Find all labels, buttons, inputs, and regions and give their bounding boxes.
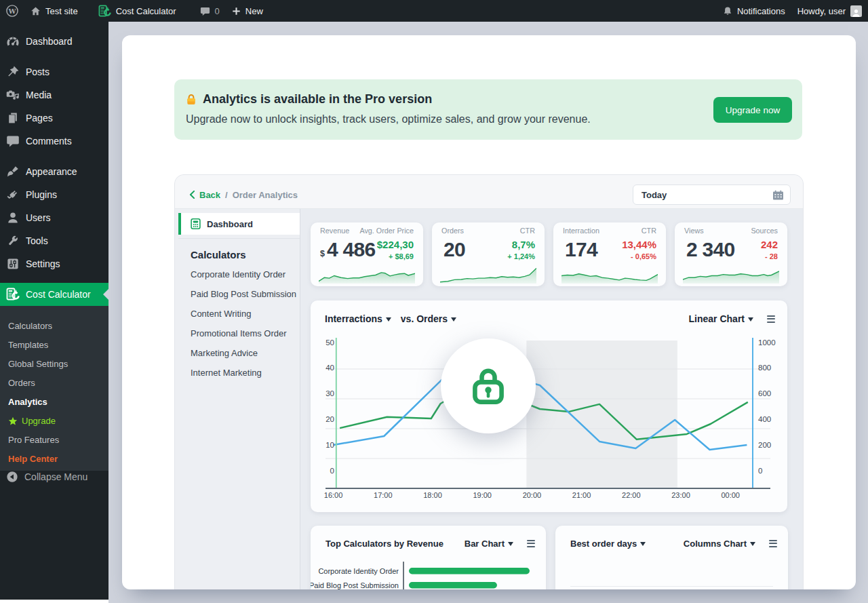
locked-feature-overlay xyxy=(441,338,536,433)
chevron-left-icon xyxy=(189,191,195,199)
sidebar-item-settings[interactable]: Settings xyxy=(0,252,108,275)
visit-site-link[interactable]: Test site xyxy=(24,0,84,22)
bar xyxy=(409,582,497,589)
top-calculators-panel: Top Calculators by Revenue Bar Chart Cor… xyxy=(311,526,546,589)
sidebar-item-label: Dashboard xyxy=(26,36,73,47)
y-axis-tick-left: 30 xyxy=(326,389,334,397)
sidebar-item-pages[interactable]: Pages xyxy=(0,106,108,130)
my-account-menu[interactable]: Howdy, user xyxy=(791,0,868,22)
pro-banner-title-row: Analytics is available in the Pro versio… xyxy=(186,92,786,106)
submenu-item-upgrade[interactable]: Upgrade xyxy=(0,412,108,431)
chevron-down-icon xyxy=(640,542,646,549)
stat-secondary-value: 13,44% xyxy=(622,239,656,250)
howdy-label: Howdy, user xyxy=(797,6,846,16)
plugin-page: Analytics is available in the Pro versio… xyxy=(122,35,856,589)
submenu-item-pro-features[interactable]: Pro Features xyxy=(0,431,108,450)
y-axis-tick-right: 0 xyxy=(758,467,762,475)
breadcrumb-current: Order Analytics xyxy=(233,190,298,200)
bar xyxy=(409,568,530,575)
chart-menu-icon[interactable] xyxy=(767,313,775,324)
nav-item-dashboard[interactable]: Dashboard xyxy=(178,213,300,235)
settings-icon xyxy=(6,257,20,271)
panel-menu-icon[interactable] xyxy=(769,538,777,549)
new-label: New xyxy=(245,6,263,16)
submenu-item-calculators[interactable]: Calculators xyxy=(0,317,108,336)
nav-item-calculator[interactable]: Promotional Items Order xyxy=(191,324,300,343)
nav-dashboard-label: Dashboard xyxy=(207,219,253,229)
metric-selector-primary[interactable]: Interractions xyxy=(325,313,391,324)
notifications-toolbar-item[interactable]: Notifications xyxy=(717,0,791,22)
submenu-item-global-settings[interactable]: Global Settings xyxy=(0,355,108,374)
metric-selector-secondary[interactable]: vs. Orders xyxy=(401,313,456,324)
nav-item-calculator[interactable]: Marketing Advice xyxy=(191,343,300,363)
sidebar-item-users[interactable]: Users xyxy=(0,206,108,229)
best-days-selector[interactable]: Best order days xyxy=(570,539,646,549)
bar-chart-type-selector[interactable]: Bar Chart xyxy=(465,539,513,549)
submenu-item-label: Templates xyxy=(8,340,48,350)
nav-item-calculator[interactable]: Content Writing xyxy=(191,304,300,324)
analytics-body: Dashboard Calculators Corporate Identity… xyxy=(175,209,803,589)
analytics-main: RevenueAvg. Order Price $4 486 $224,30+ … xyxy=(300,209,803,589)
submenu-item-label: Help Center xyxy=(8,454,58,464)
new-content-menu[interactable]: New xyxy=(226,0,269,22)
submenu-item-templates[interactable]: Templates xyxy=(0,336,108,355)
sparkline-chart xyxy=(683,266,779,284)
brush-icon xyxy=(6,165,20,178)
submenu-item-analytics[interactable]: Analytics xyxy=(0,393,108,412)
y-axis-tick-right: 800 xyxy=(758,364,771,372)
sidebar-item-label: Plugins xyxy=(26,189,57,200)
submenu-item-orders[interactable]: Orders xyxy=(0,374,108,393)
stat-label: Revenue xyxy=(320,227,349,235)
sidebar-item-tools[interactable]: Tools xyxy=(0,229,108,252)
upgrade-now-button[interactable]: Upgrade now xyxy=(713,97,792,123)
highlight-region xyxy=(526,341,677,488)
chart-type-selector[interactable]: Linear Chart xyxy=(689,313,753,324)
chevron-down-icon xyxy=(508,542,513,549)
menu-separator xyxy=(0,153,108,160)
sidebar-item-label: Users xyxy=(26,212,51,223)
nav-item-calculator[interactable]: Internet Marketing xyxy=(191,363,300,383)
gridline xyxy=(570,586,773,587)
columns-chart-type-selector[interactable]: Columns Chart xyxy=(684,539,755,549)
nav-item-calculator[interactable]: Corporate Identity Order xyxy=(191,265,300,284)
sidebar-item-posts[interactable]: Posts xyxy=(0,60,108,83)
sidebar-item-media[interactable]: Media xyxy=(0,83,108,106)
user-icon xyxy=(6,211,20,225)
cost-calculator-toolbar-link[interactable]: Cost Calculator xyxy=(92,0,182,22)
x-axis-tick: 17:00 xyxy=(374,491,393,499)
sidebar-item-appearance[interactable]: Appearance xyxy=(0,160,108,183)
back-link[interactable]: Back xyxy=(199,190,220,200)
collapse-menu-button[interactable]: Collapse Menu xyxy=(0,465,108,488)
nav-item-calculator[interactable]: Paid Blog Post Submission xyxy=(191,284,300,304)
stat-card-interraction: InterractionCTR 174 13,44%- 0,65% xyxy=(553,222,666,286)
wordpress-admin-screen: W Test site Cost Calculator 0 New Notifi… xyxy=(0,0,868,603)
sparkline-chart xyxy=(440,266,536,284)
date-range-select[interactable]: Today xyxy=(633,184,791,205)
plus-icon xyxy=(232,7,241,16)
y-axis-tick-right: 600 xyxy=(758,389,771,397)
cost-calculator-icon xyxy=(98,5,111,18)
sidebar-item-comments[interactable]: Comments xyxy=(0,130,108,153)
current-menu-arrow xyxy=(98,289,108,300)
stat-value: 2 340 xyxy=(686,238,735,261)
y-axis-tick-right: 200 xyxy=(758,441,771,449)
panel-menu-icon[interactable] xyxy=(527,538,535,549)
stat-label: Interraction xyxy=(563,227,599,235)
x-axis-tick: 16:00 xyxy=(324,491,343,499)
stat-value-prefix: $ xyxy=(320,249,325,258)
sidebar-item-plugins[interactable]: Plugins xyxy=(0,183,108,206)
sidebar-item-dashboard[interactable]: Dashboard xyxy=(0,30,108,53)
submenu-item-label: Global Settings xyxy=(8,359,68,369)
comments-toolbar-item[interactable]: 0 xyxy=(194,0,226,22)
wordpress-logo-menu[interactable]: W xyxy=(0,0,24,22)
stat-label: Orders xyxy=(441,227,464,235)
sidebar-item-cost-calculator[interactable]: Cost Calculator xyxy=(0,283,108,306)
date-range-value: Today xyxy=(642,190,667,200)
chevron-down-icon xyxy=(451,317,456,324)
sidebar-item-label: Cost Calculator xyxy=(26,289,91,300)
calendar-icon xyxy=(772,189,784,201)
analytics-header: Back / Order Analytics Today xyxy=(175,175,803,209)
sparkline-chart xyxy=(319,266,415,284)
stat-label: Views xyxy=(684,227,704,235)
sidebar-item-label: Comments xyxy=(26,136,72,147)
